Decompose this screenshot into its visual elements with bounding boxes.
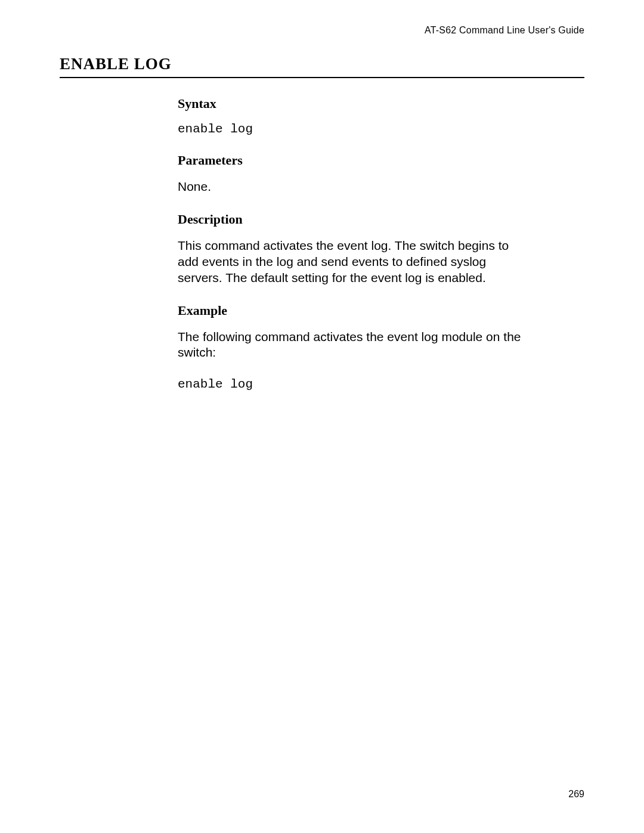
content-column: Syntax enable log Parameters None. Descr… [178, 96, 530, 391]
section-heading-parameters: Parameters [178, 153, 530, 168]
syntax-code: enable log [178, 122, 530, 136]
section-heading-description: Description [178, 212, 530, 227]
page-number: 269 [568, 789, 584, 800]
description-text: This command activates the event log. Th… [178, 238, 530, 286]
command-title: ENABLE LOG [60, 55, 584, 73]
title-rule [60, 77, 584, 78]
page: AT-S62 Command Line User's Guide ENABLE … [0, 0, 644, 833]
example-code: enable log [178, 377, 530, 391]
running-header: AT-S62 Command Line User's Guide [60, 25, 584, 36]
example-text: The following command activates the even… [178, 329, 530, 361]
section-heading-syntax: Syntax [178, 96, 530, 112]
section-heading-example: Example [178, 303, 530, 318]
parameters-text: None. [178, 179, 530, 195]
